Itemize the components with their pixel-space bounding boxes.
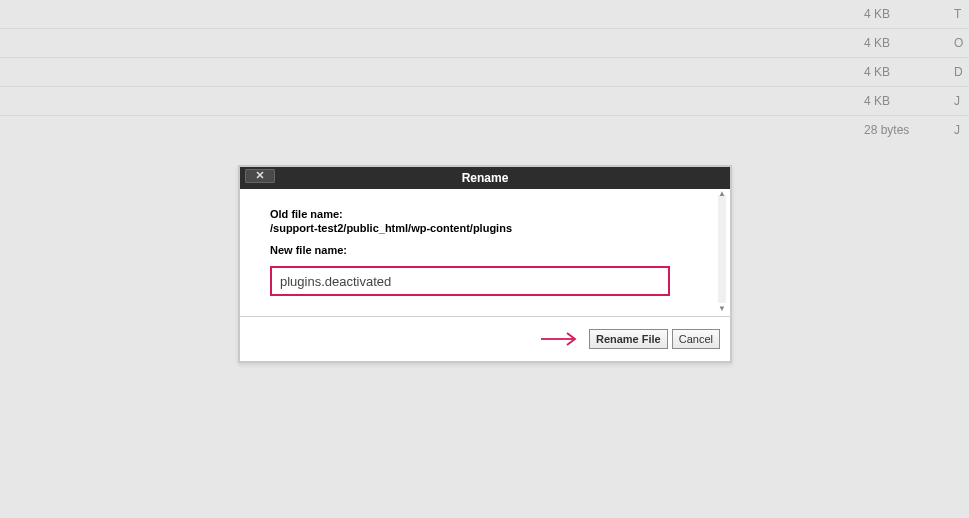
file-size: 4 KB <box>864 0 954 28</box>
dialog-footer: Rename File Cancel <box>240 316 730 361</box>
old-name-path: /support-test2/public_html/wp-content/pl… <box>270 222 700 234</box>
table-row: 28 bytes J <box>0 116 969 145</box>
scroll-up-icon[interactable]: ▲ <box>717 189 727 199</box>
file-letter: D <box>954 58 969 86</box>
cancel-button[interactable]: Cancel <box>672 329 720 349</box>
file-letter: O <box>954 29 969 57</box>
old-name-label: Old file name: <box>270 207 700 222</box>
new-name-label: New file name: <box>270 244 700 256</box>
dialog-body: Old file name: /support-test2/public_htm… <box>240 189 730 316</box>
file-letter: T <box>954 0 969 28</box>
rename-dialog: Rename Old file name: /support-test2/pub… <box>238 165 732 363</box>
close-button[interactable] <box>245 169 275 183</box>
file-size: 28 bytes <box>864 116 954 145</box>
close-icon <box>255 170 265 180</box>
dialog-titlebar[interactable]: Rename <box>240 167 730 189</box>
new-name-input[interactable] <box>270 266 670 296</box>
scrollbar-track[interactable] <box>718 195 726 303</box>
file-size: 4 KB <box>864 58 954 86</box>
rename-file-button[interactable]: Rename File <box>589 329 668 349</box>
annotation-arrow-icon <box>541 331 581 347</box>
dialog-title: Rename <box>462 171 509 185</box>
scroll-down-icon[interactable]: ▼ <box>717 304 727 314</box>
file-size: 4 KB <box>864 87 954 115</box>
file-size: 4 KB <box>864 29 954 57</box>
table-row: 4 KB J <box>0 87 969 116</box>
table-row: 4 KB O <box>0 29 969 58</box>
file-list-background: 4 KB T 4 KB O 4 KB D 4 KB J 28 bytes J <box>0 0 969 145</box>
file-letter: J <box>954 87 969 115</box>
file-letter: J <box>954 116 969 145</box>
table-row: 4 KB D <box>0 58 969 87</box>
table-row: 4 KB T <box>0 0 969 29</box>
